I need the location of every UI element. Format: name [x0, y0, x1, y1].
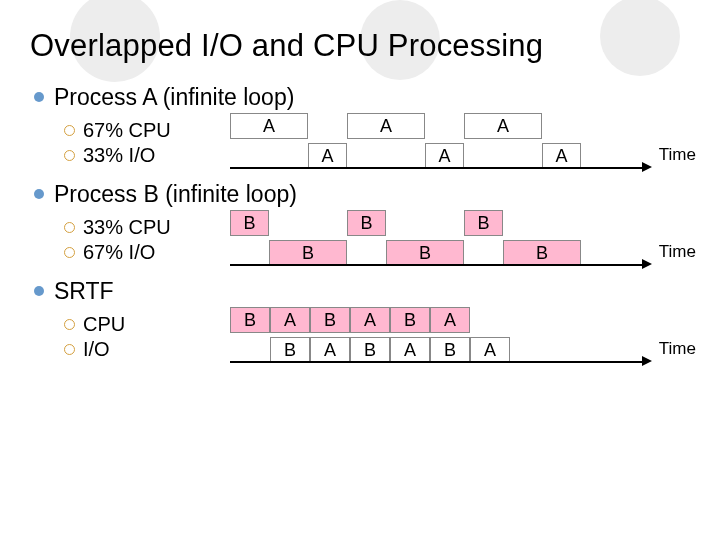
time-slice-A: A: [270, 307, 310, 333]
time-axis-label: Time: [659, 242, 696, 262]
sub-bullet-ring: [64, 150, 75, 161]
timeline-track: AAATime: [230, 141, 690, 171]
time-axis: [230, 264, 642, 266]
time-gap: [347, 240, 386, 266]
time-slice-B: B: [390, 307, 430, 333]
time-slice-A: A: [470, 337, 510, 363]
timeline-track: BABABA: [230, 305, 690, 335]
sub-bullet-ring: [64, 222, 75, 233]
time-axis-label: Time: [659, 145, 696, 165]
time-slice-B: B: [503, 240, 581, 266]
sub-bullet-label: 33% CPU: [83, 216, 171, 239]
time-axis-label: Time: [659, 339, 696, 359]
sub-bullet-label: CPU: [83, 313, 125, 336]
time-slice-B: B: [347, 210, 386, 236]
section-heading: Process B (infinite loop): [54, 181, 297, 208]
timeline-track: BBBTime: [230, 238, 690, 268]
time-slice-B: B: [230, 307, 270, 333]
time-slice-B: B: [269, 240, 347, 266]
time-gap: [347, 143, 425, 169]
time-gap: [308, 113, 347, 139]
timeline-track: BBB: [230, 208, 690, 238]
sub-bullet-ring: [64, 319, 75, 330]
bullet-dot: [34, 286, 44, 296]
sub-bullet-label: 67% CPU: [83, 119, 171, 142]
sub-bullet-label: 67% I/O: [83, 241, 155, 264]
time-slice-B: B: [270, 337, 310, 363]
timeline-track: AAA: [230, 111, 690, 141]
time-slice-B: B: [386, 240, 464, 266]
time-slice-A: A: [430, 307, 470, 333]
time-slice-A: A: [310, 337, 350, 363]
sub-bullet-ring: [64, 247, 75, 258]
sub-bullet-ring: [64, 125, 75, 136]
time-slice-A: A: [464, 113, 542, 139]
bullet-dot: [34, 189, 44, 199]
timeline-diagram: BABABABABABATime: [230, 305, 690, 365]
time-slice-A: A: [390, 337, 430, 363]
sub-bullet-label: I/O: [83, 338, 110, 361]
time-slice-A: A: [308, 143, 347, 169]
time-gap: [464, 143, 542, 169]
time-slice-A: A: [230, 113, 308, 139]
time-axis: [230, 167, 642, 169]
time-slice-B: B: [230, 210, 269, 236]
time-gap: [464, 240, 503, 266]
time-gap: [425, 113, 464, 139]
time-slice-A: A: [425, 143, 464, 169]
timeline-diagram: AAAAAATime: [230, 111, 690, 171]
time-slice-A: A: [542, 143, 581, 169]
time-slice-B: B: [350, 337, 390, 363]
timeline-track: BABABATime: [230, 335, 690, 365]
section-heading: Process A (infinite loop): [54, 84, 294, 111]
sub-bullet-ring: [64, 344, 75, 355]
time-slice-B: B: [464, 210, 503, 236]
sub-bullet-label: 33% I/O: [83, 144, 155, 167]
section-heading: SRTF: [54, 278, 114, 305]
time-slice-A: A: [350, 307, 390, 333]
time-gap: [269, 210, 347, 236]
time-slice-A: A: [347, 113, 425, 139]
timeline-diagram: BBBBBBTime: [230, 208, 690, 268]
bullet-dot: [34, 92, 44, 102]
time-slice-B: B: [430, 337, 470, 363]
time-slice-B: B: [310, 307, 350, 333]
time-gap: [386, 210, 464, 236]
time-axis: [230, 361, 642, 363]
slide-title: Overlapped I/O and CPU Processing: [30, 28, 690, 64]
